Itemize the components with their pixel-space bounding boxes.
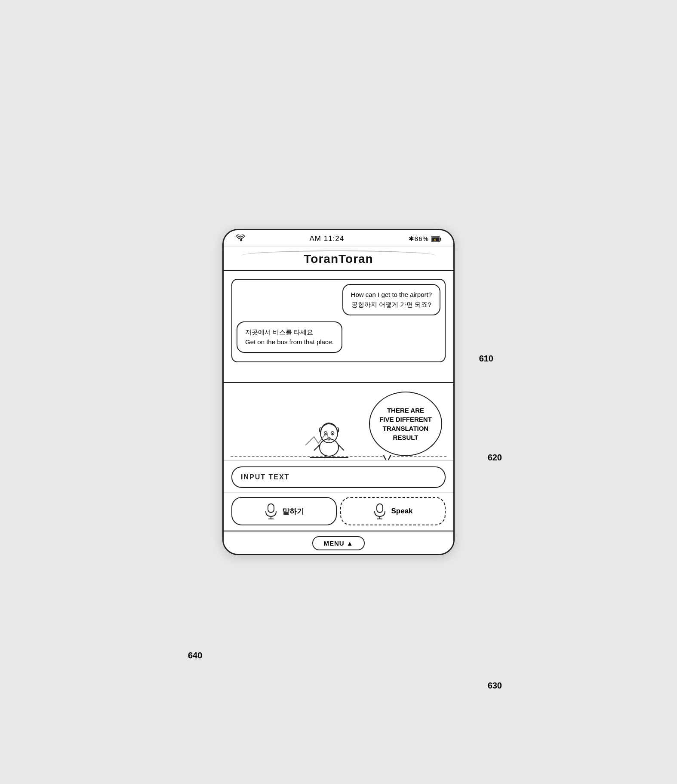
- wifi-icon: [236, 235, 245, 243]
- title-bar: ToranToran: [224, 247, 453, 271]
- bubble-left-content: 저곳에서 버스를 타세요 Get on the bus from that pl…: [237, 321, 342, 353]
- bubble1-line1: How can I get to the airport?: [351, 291, 432, 298]
- bubble-right: How can I get to the airport? 공항까지 어떻게 가…: [237, 284, 440, 315]
- svg-text:⚡: ⚡: [433, 238, 437, 242]
- svg-rect-1: [440, 238, 441, 241]
- status-bar: AM 11:24 ✱86% ⚡: [224, 230, 453, 247]
- label-630: 630: [488, 681, 502, 691]
- svg-point-9: [332, 433, 333, 435]
- bubble-left: 저곳에서 버스를 타세요 Get on the bus from that pl…: [237, 321, 440, 353]
- speech-line2: FIVE DIFFERENT: [379, 415, 432, 424]
- svg-line-11: [314, 444, 320, 451]
- speak-left-button[interactable]: 말하기: [231, 497, 337, 525]
- label-610: 610: [479, 354, 493, 364]
- status-battery: ✱86% ⚡: [409, 235, 441, 243]
- mic-left-icon: [264, 503, 278, 519]
- phone-frame: AM 11:24 ✱86% ⚡ ToranToran How: [222, 229, 455, 555]
- label-620: 620: [488, 453, 502, 463]
- bubble-right-content: How can I get to the airport? 공항까지 어떻게 가…: [342, 284, 440, 315]
- character-area: THERE ARE FIVE DIFFERENT TRANSLATION RES…: [224, 383, 453, 460]
- menu-bar[interactable]: MENU ▲: [224, 531, 453, 554]
- bubble2-line2: Get on the bus from that place.: [245, 338, 334, 346]
- button-row: 말하기 Speak: [224, 493, 453, 531]
- speech-line3: TRANSLATION: [379, 424, 432, 433]
- input-area[interactable]: INPUT TEXT: [224, 460, 453, 493]
- speech-line1: THERE ARE: [379, 406, 432, 415]
- input-text-box[interactable]: INPUT TEXT: [231, 466, 446, 488]
- svg-rect-18: [268, 504, 274, 512]
- label-640-outer: 640: [188, 651, 202, 661]
- svg-rect-21: [377, 504, 383, 512]
- chat-box: How can I get to the airport? 공항까지 어떻게 가…: [231, 279, 446, 362]
- character-figure: [305, 402, 353, 460]
- svg-point-4: [320, 439, 338, 456]
- status-time: AM 11:24: [310, 235, 345, 243]
- mic-right-icon: [373, 503, 387, 519]
- speak-right-button[interactable]: Speak: [340, 497, 446, 525]
- bubble2-line1: 저곳에서 버스를 타세요: [245, 328, 313, 336]
- svg-line-12: [338, 444, 344, 451]
- speech-line4: RESULT: [379, 433, 432, 442]
- speech-bubble: THERE ARE FIVE DIFFERENT TRANSLATION RES…: [369, 392, 442, 456]
- bubble1-line2: 공항까지 어떻게 가면 되죠?: [351, 301, 431, 308]
- menu-button[interactable]: MENU ▲: [312, 536, 364, 550]
- speak-left-label: 말하기: [282, 506, 304, 516]
- chat-area: How can I get to the airport? 공항까지 어떻게 가…: [224, 271, 453, 383]
- speak-right-label: Speak: [391, 507, 412, 515]
- input-text-label: INPUT TEXT: [241, 473, 289, 481]
- app-title: ToranToran: [224, 252, 453, 266]
